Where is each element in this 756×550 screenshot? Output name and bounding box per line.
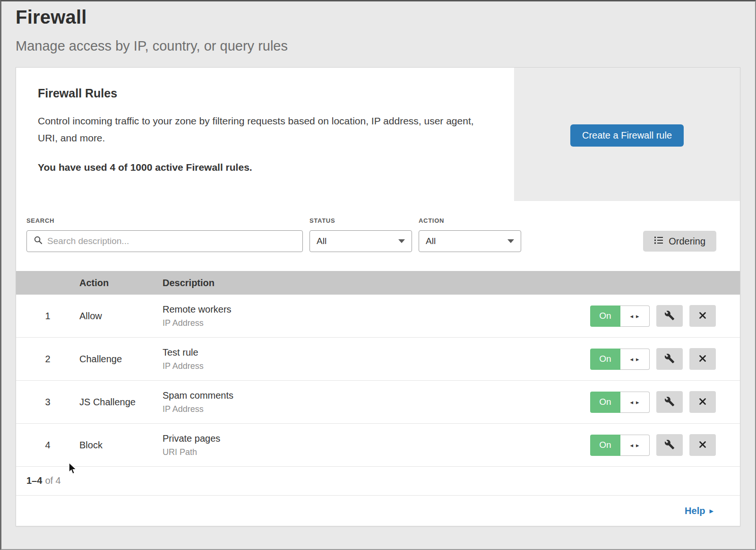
wrench-icon (664, 353, 675, 365)
table-row: 2 Challenge Test rule IP Address On ◂ ▸ (16, 338, 740, 381)
filters-bar: SEARCH STATUS All ACTION All (16, 201, 740, 271)
rule-action: Allow (79, 311, 163, 322)
toggle-on-label[interactable]: On (590, 435, 620, 456)
toggle-handle[interactable]: ◂ ▸ (620, 392, 650, 413)
card-heading: Firewall Rules (38, 87, 492, 100)
delete-rule-button[interactable] (689, 434, 716, 456)
chevron-down-icon (398, 239, 405, 243)
rule-action: Block (79, 440, 163, 451)
rule-match-type: IP Address (163, 361, 584, 371)
create-firewall-rule-button[interactable]: Create a Firewall rule (570, 124, 684, 147)
pagination-status: 1–4of 4 (16, 467, 740, 496)
delete-rule-button[interactable] (689, 348, 716, 370)
pagination-total: of 4 (45, 475, 60, 486)
rule-description: Private pages (163, 433, 584, 444)
rule-description: Test rule (163, 347, 584, 358)
pagination-range: 1–4 (26, 475, 42, 486)
wrench-icon (664, 396, 675, 408)
edit-rule-button[interactable] (656, 434, 683, 456)
card-description: Control incoming traffic to your zone by… (38, 113, 487, 147)
close-icon (698, 354, 707, 365)
toggle-on-label[interactable]: On (590, 349, 620, 370)
rule-match-type: IP Address (163, 318, 584, 328)
firewall-page: Firewall Manage access by IP, country, o… (0, 0, 756, 526)
status-label: STATUS (309, 217, 412, 225)
delete-rule-button[interactable] (689, 305, 716, 327)
table-header: Action Description (16, 271, 740, 295)
ordering-button-label: Ordering (669, 236, 705, 247)
card-footer: Help ▸ (16, 496, 740, 526)
edit-rule-button[interactable] (656, 348, 683, 370)
toggle-arrows-icon: ◂ ▸ (630, 313, 639, 320)
close-icon (698, 311, 707, 322)
column-action: Action (79, 278, 163, 288)
help-link-label: Help (685, 506, 705, 516)
row-number: 4 (16, 440, 79, 451)
row-number: 2 (16, 354, 79, 365)
toggle-handle[interactable]: ◂ ▸ (620, 306, 650, 327)
table-row: 3 JS Challenge Spam comments IP Address … (16, 381, 740, 424)
toggle-arrows-icon: ◂ ▸ (630, 442, 639, 449)
wrench-icon (664, 439, 675, 451)
page-title: Firewall (16, 7, 740, 28)
rule-description: Remote workers (163, 304, 584, 315)
wrench-icon (664, 310, 675, 322)
page-subtitle: Manage access by IP, country, or query r… (16, 38, 740, 54)
rule-enabled-toggle[interactable]: On ◂ ▸ (590, 435, 650, 456)
table-row: 4 Block Private pages URI Path On ◂ ▸ (16, 424, 740, 467)
chevron-down-icon (507, 239, 514, 243)
ordering-button[interactable]: Ordering (643, 231, 716, 252)
rule-enabled-toggle[interactable]: On ◂ ▸ (590, 392, 650, 413)
table-row: 1 Allow Remote workers IP Address On ◂ ▸ (16, 295, 740, 338)
close-icon (698, 397, 707, 408)
rule-match-type: IP Address (163, 404, 584, 414)
rule-enabled-toggle[interactable]: On ◂ ▸ (590, 349, 650, 370)
action-select[interactable]: All (419, 230, 521, 252)
edit-rule-button[interactable] (656, 305, 683, 327)
row-number: 3 (16, 397, 79, 408)
close-icon (698, 440, 707, 451)
toggle-arrows-icon: ◂ ▸ (630, 399, 639, 406)
status-selected-value: All (317, 236, 326, 246)
search-label: SEARCH (26, 217, 303, 225)
action-selected-value: All (426, 236, 436, 246)
chevron-right-icon: ▸ (709, 506, 713, 515)
edit-rule-button[interactable] (656, 391, 683, 413)
toggle-on-label[interactable]: On (590, 306, 620, 327)
search-field[interactable] (26, 230, 303, 252)
delete-rule-button[interactable] (689, 391, 716, 413)
toggle-arrows-icon: ◂ ▸ (630, 356, 639, 363)
card-action-panel: Create a Firewall rule (514, 68, 740, 201)
help-link[interactable]: Help ▸ (685, 506, 713, 516)
rules-usage-text: You have used 4 of 1000 active Firewall … (38, 162, 492, 173)
card-header: Firewall Rules Control incoming traffic … (16, 68, 740, 201)
firewall-rules-card: Firewall Rules Control incoming traffic … (16, 67, 740, 526)
row-number: 1 (16, 311, 79, 322)
search-input[interactable] (47, 236, 296, 246)
toggle-on-label[interactable]: On (590, 392, 620, 413)
toggle-handle[interactable]: ◂ ▸ (620, 349, 650, 370)
toggle-handle[interactable]: ◂ ▸ (620, 435, 650, 456)
column-description: Description (163, 278, 584, 288)
action-label: ACTION (419, 217, 521, 225)
status-select[interactable]: All (309, 230, 412, 252)
ordering-icon (654, 236, 663, 247)
rule-enabled-toggle[interactable]: On ◂ ▸ (590, 306, 650, 327)
rule-description: Spam comments (163, 390, 584, 401)
rule-action: Challenge (79, 354, 163, 365)
search-icon (34, 236, 43, 247)
rule-match-type: URI Path (163, 447, 584, 457)
rule-action: JS Challenge (79, 397, 163, 408)
